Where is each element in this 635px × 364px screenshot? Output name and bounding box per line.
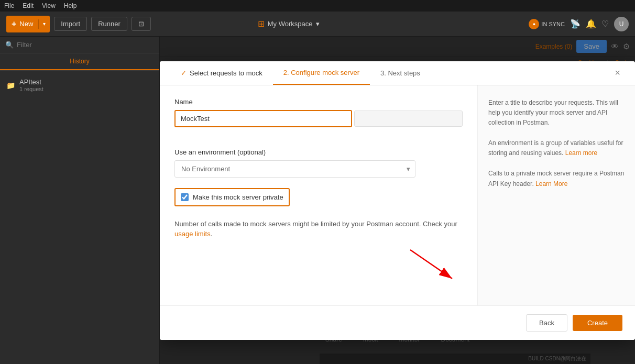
menu-file[interactable]: File [4,2,14,9]
collection-info: APItest 1 request [19,78,43,92]
modal-form: Name Use an environment (optional) No En… [160,85,478,305]
check-icon: ✓ [181,69,187,77]
name-row [174,110,463,138]
modal: ✓ Select requests to mock 2. Configure m… [160,61,635,340]
name-label: Name [174,98,463,106]
toolbar-right: ● IN SYNC 📡 🔔 ♡ U [529,17,629,31]
usage-link[interactable]: usage limits [174,230,211,238]
tab-select-requests[interactable]: ✓ Select requests to mock [170,62,273,84]
search-icon: 🔍 [5,41,14,49]
tab1-label: Select requests to mock [190,69,262,77]
create-button[interactable]: Create [573,315,622,331]
usage-suffix: . [211,230,213,238]
tab2-label: 2. Configure mock server [283,69,359,76]
avatar[interactable]: U [614,17,629,31]
collection-sub: 1 request [19,86,43,92]
modal-footer: Back Create [160,305,635,340]
workspace-chevron-icon: ▾ [316,20,320,28]
bell-icon[interactable]: 🔔 [586,19,596,29]
env-label: Use an environment (optional) [174,148,463,156]
collection-name: APItest [19,78,43,86]
menu-help[interactable]: Help [64,2,77,9]
menu-bar: File Edit View Help [0,0,635,12]
env-select[interactable]: No Environment [174,160,415,178]
sync-label: IN SYNC [541,21,565,27]
modal-close-button[interactable]: × [610,65,625,81]
heart-icon[interactable]: ♡ [601,19,609,29]
filter-input[interactable] [17,41,154,49]
workspace-grid-icon: ⊞ [258,19,265,29]
help-text-2: An environment is a group of variables u… [488,138,625,158]
private-checkbox[interactable] [181,193,189,201]
collection-item[interactable]: 📁 APItest 1 request [4,75,155,95]
help-text-3: Calls to a private mock server require a… [488,169,625,189]
history-tab[interactable]: History [0,53,159,70]
menu-edit[interactable]: Edit [23,2,34,9]
runner-button[interactable]: Runner [91,17,127,31]
sidebar: 🔍 History 📁 APItest 1 request [0,37,160,364]
learn-more-link-2[interactable]: Learn More [535,180,567,187]
import-button[interactable]: Import [54,17,87,31]
sync-badge: ● IN SYNC [529,19,565,29]
help-text-1: Enter a title to describe your requests.… [488,98,625,128]
learn-more-link-1[interactable]: Learn more [565,149,597,157]
sync-dot-icon: ● [529,19,539,29]
content-area: Examples (0) Save 👁 ⚙ Cookies | Code Do … [160,37,635,364]
private-checkbox-row: Make this mock server private [174,188,290,206]
sidebar-tabs: History [0,53,159,71]
new-button[interactable]: + New ▾ [6,16,50,32]
new-label: New [19,20,33,28]
sidebar-search: 🔍 [0,37,159,53]
svg-line-1 [410,250,452,279]
workspace-label: My Workspace [268,20,313,28]
main-layout: 🔍 History 📁 APItest 1 request Examples (… [0,37,635,364]
capture-button[interactable]: ⊡ [132,17,151,31]
red-arrow-annotation [400,245,463,286]
tab-next-steps[interactable]: 3. Next steps [370,62,431,84]
help-section-env: An environment is a group of variables u… [488,138,625,158]
new-btn-dropdown-arrow[interactable]: ▾ [39,21,50,27]
private-label[interactable]: Make this mock server private [193,193,283,201]
modal-body: Name Use an environment (optional) No En… [160,85,635,305]
tab3-label: 3. Next steps [380,69,420,77]
folder-icon: 📁 [6,81,15,90]
workspace-selector[interactable]: ⊞ My Workspace ▾ [258,19,320,29]
help-section-private: Calls to a private mock server require a… [488,169,625,189]
satellite-icon[interactable]: 📡 [570,19,581,29]
plus-icon: + [12,19,16,29]
help-section-name: Enter a title to describe your requests.… [488,98,625,128]
tab-configure-mock[interactable]: 2. Configure mock server [273,61,370,85]
usage-text-content: Number of calls made to mock servers mig… [174,220,457,228]
back-button[interactable]: Back [526,314,567,332]
usage-text: Number of calls made to mock servers mig… [174,219,463,239]
modal-help-panel: Enter a title to describe your requests.… [478,85,635,305]
sidebar-content: 📁 APItest 1 request [0,71,159,100]
name-input[interactable] [174,110,352,127]
menu-view[interactable]: View [42,2,56,9]
modal-overlay: ✓ Select requests to mock 2. Configure m… [160,37,635,364]
env-select-wrapper: No Environment ▾ [174,160,415,178]
toolbar: + New ▾ Import Runner ⊡ ⊞ My Workspace ▾… [0,12,635,37]
modal-tabs: ✓ Select requests to mock 2. Configure m… [160,61,635,85]
arrow-container [174,245,463,286]
name-input-secondary[interactable] [354,111,463,127]
